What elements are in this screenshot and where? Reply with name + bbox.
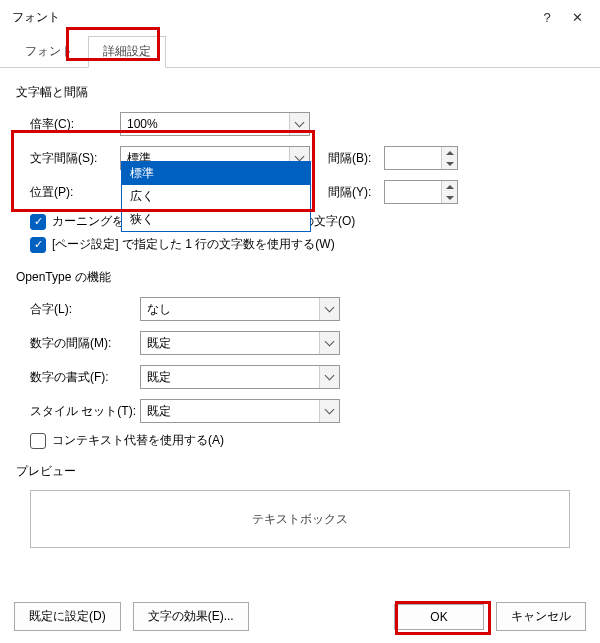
chevron-down-icon xyxy=(446,196,454,200)
scale-combo[interactable] xyxy=(120,112,310,136)
numform-dropdown-button[interactable] xyxy=(319,366,339,388)
contextual-checkbox[interactable] xyxy=(30,433,46,449)
by1-up[interactable] xyxy=(442,147,457,158)
cancel-button[interactable]: キャンセル xyxy=(496,602,586,631)
styleset-dropdown-button[interactable] xyxy=(319,400,339,422)
spacing-label: 文字間隔(S): xyxy=(30,150,120,167)
footer: 既定に設定(D) 文字の効果(E)... OK キャンセル xyxy=(0,592,600,643)
tab-advanced[interactable]: 詳細設定 xyxy=(88,36,166,68)
numspacing-input[interactable] xyxy=(141,334,319,352)
chevron-up-icon xyxy=(446,151,454,155)
contextual-label: コンテキスト代替を使用する(A) xyxy=(52,432,224,449)
help-button[interactable]: ? xyxy=(532,10,562,25)
spacing-option-normal[interactable]: 標準 xyxy=(122,162,310,185)
chevron-down-icon xyxy=(325,303,335,313)
by1-down[interactable] xyxy=(442,158,457,169)
titlebar: フォント ? ✕ xyxy=(0,0,600,30)
ok-button[interactable]: OK xyxy=(394,604,484,630)
chevron-down-icon xyxy=(446,162,454,166)
numspacing-dropdown-button[interactable] xyxy=(319,332,339,354)
styleset-input[interactable] xyxy=(141,402,319,420)
section-char-spacing-title: 文字幅と間隔 xyxy=(16,84,584,101)
by2-up[interactable] xyxy=(442,181,457,192)
preview-sample: テキストボックス xyxy=(252,511,348,528)
numspacing-label: 数字の間隔(M): xyxy=(30,335,140,352)
chevron-down-icon xyxy=(295,152,305,162)
by2-spin[interactable] xyxy=(384,180,458,204)
tab-font[interactable]: フォント xyxy=(10,36,88,67)
content-area: 文字幅と間隔 倍率(C): 文字間隔(S): 間隔(B): 位置(P): 間隔(… xyxy=(0,68,600,562)
kerning-checkbox[interactable] xyxy=(30,214,46,230)
tab-strip: フォント 詳細設定 xyxy=(0,30,600,68)
numform-input[interactable] xyxy=(141,368,319,386)
scale-input[interactable] xyxy=(121,115,289,133)
text-effects-button[interactable]: 文字の効果(E)... xyxy=(133,602,249,631)
chevron-down-icon xyxy=(325,405,335,415)
preview-title: プレビュー xyxy=(16,463,584,480)
scale-label: 倍率(C): xyxy=(30,116,120,133)
scale-dropdown-button[interactable] xyxy=(289,113,309,135)
spacing-option-expanded[interactable]: 広く xyxy=(122,185,310,208)
ligatures-input[interactable] xyxy=(141,300,319,318)
ligatures-label: 合字(L): xyxy=(30,301,140,318)
by2-down[interactable] xyxy=(442,192,457,203)
spacing-option-condensed[interactable]: 狭く xyxy=(122,208,310,231)
preview-box: テキストボックス xyxy=(30,490,570,548)
by1-spin[interactable] xyxy=(384,146,458,170)
ligatures-combo[interactable] xyxy=(140,297,340,321)
close-button[interactable]: ✕ xyxy=(562,10,592,25)
by1-label: 間隔(B): xyxy=(328,150,384,167)
numform-combo[interactable] xyxy=(140,365,340,389)
numform-label: 数字の書式(F): xyxy=(30,369,140,386)
spacing-dropdown-list[interactable]: 標準 広く 狭く xyxy=(121,161,311,232)
set-default-button[interactable]: 既定に設定(D) xyxy=(14,602,121,631)
grid-label: [ページ設定] で指定した 1 行の文字数を使用する(W) xyxy=(52,236,335,253)
ligatures-dropdown-button[interactable] xyxy=(319,298,339,320)
by2-input[interactable] xyxy=(385,183,441,201)
dialog-title: フォント xyxy=(12,9,532,26)
by1-input[interactable] xyxy=(385,149,441,167)
chevron-down-icon xyxy=(295,118,305,128)
styleset-combo[interactable] xyxy=(140,399,340,423)
section-opentype-title: OpenType の機能 xyxy=(16,269,584,286)
grid-checkbox[interactable] xyxy=(30,237,46,253)
numspacing-combo[interactable] xyxy=(140,331,340,355)
chevron-down-icon xyxy=(325,337,335,347)
chevron-up-icon xyxy=(446,185,454,189)
chevron-down-icon xyxy=(325,371,335,381)
by2-label: 間隔(Y): xyxy=(328,184,384,201)
styleset-label: スタイル セット(T): xyxy=(30,403,140,420)
position-label: 位置(P): xyxy=(30,184,120,201)
